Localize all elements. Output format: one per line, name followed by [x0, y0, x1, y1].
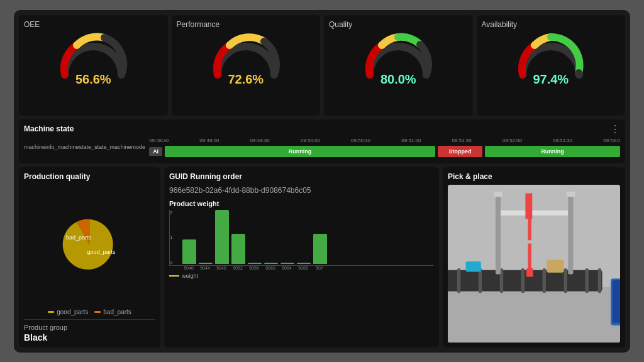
time-3: 09:49:30 — [250, 138, 270, 143]
chart-legend-line — [169, 275, 179, 277]
svg-rect-21 — [568, 193, 573, 274]
svg-rect-23 — [567, 191, 575, 196]
bar-5040 — [182, 239, 196, 264]
timeline-area: machineinfo_machinestate_state_machinemo… — [24, 138, 620, 157]
pick-place-title: Pick & place — [448, 172, 620, 181]
bar-chart-inner: 2 1 0 — [169, 210, 434, 266]
bar-5052 — [231, 234, 245, 263]
svg-rect-9 — [564, 268, 567, 292]
x-label-5056: 5056 — [247, 266, 261, 270]
bar-507 — [313, 234, 327, 263]
bar-chart: 2 1 0 50 — [169, 210, 434, 279]
x-label-5052: 5052 — [231, 266, 245, 270]
kpi-row: OEE 56.6% Performance — [19, 15, 625, 116]
bad-parts-pie-label: bad_parts — [65, 234, 91, 241]
badge-ai: AI — [149, 147, 162, 156]
x-label-5048: 5048 — [214, 266, 228, 270]
chart-legend: weight — [169, 273, 434, 279]
performance-value: 72.6% — [228, 72, 264, 87]
time-7: 09:51:30 — [452, 138, 472, 143]
chart-area: Product weight 2 1 0 — [169, 200, 434, 343]
bar-5068 — [297, 263, 311, 264]
bottom-row: Production quality bad_parts good_parts … — [19, 167, 625, 348]
guid-title: GUID Running order — [169, 172, 434, 181]
y-axis-labels: 2 1 0 — [170, 210, 172, 265]
kpi-quality-title: Quality — [329, 20, 352, 29]
kpi-availability-title: Availability — [482, 20, 517, 29]
bar-5048 — [215, 210, 229, 264]
performance-gauge: 72.6% — [208, 34, 284, 84]
svg-rect-4 — [457, 268, 460, 292]
legend-good-parts-label: good_parts — [57, 309, 88, 315]
svg-rect-12 — [496, 210, 572, 215]
bar-5060 — [264, 263, 278, 264]
timeline-bar: 09:48:30 09:49:00 09:49:30 09:50:00 09:5… — [149, 138, 620, 157]
legend-good-parts: good_parts — [48, 309, 88, 315]
pie-legend: good_parts bad_parts — [24, 309, 155, 315]
running-segment-1: Running — [289, 148, 312, 155]
time-10: 09:53:0 — [603, 138, 620, 143]
y-label-min: 0 — [170, 260, 172, 265]
machine-state-title: Machine state — [24, 124, 74, 133]
machine-state-menu-icon[interactable]: ⋮ — [610, 123, 620, 135]
dashboard: OEE 56.6% Performance — [14, 10, 630, 353]
kpi-card-oee: OEE 56.6% — [19, 15, 168, 116]
svg-rect-13 — [525, 193, 532, 219]
pick-place-card: Pick & place — [443, 167, 625, 348]
guid-card: GUID Running order 966e582b-02a6-4fdd-88… — [164, 167, 439, 348]
bar-5056 — [248, 263, 262, 264]
oee-value: 56.6% — [75, 72, 111, 87]
machine-state-card: Machine state ⋮ machineinfo_machinestate… — [19, 119, 625, 163]
svg-rect-20 — [496, 193, 501, 274]
x-label-507: 507 — [313, 266, 326, 270]
svg-rect-11 — [598, 268, 601, 292]
y-label-max: 2 — [170, 210, 172, 216]
time-1: 09:48:30 — [149, 138, 169, 143]
running-segment-2: Running — [541, 148, 564, 155]
x-label-5068: 5068 — [296, 266, 310, 270]
kpi-oee-title: OEE — [24, 20, 40, 29]
svg-rect-19 — [613, 280, 620, 322]
pick-place-image — [448, 185, 620, 343]
timeline-signal-label: machineinfo_machinestate_state_machinemo… — [24, 144, 145, 150]
chart-legend-label: weight — [182, 273, 198, 279]
svg-rect-17 — [547, 260, 564, 272]
svg-rect-22 — [494, 191, 502, 196]
quality-value: 80.0% — [380, 72, 416, 87]
bar-5044 — [199, 263, 213, 264]
availability-value: 97.4% — [533, 72, 569, 87]
svg-rect-16 — [526, 268, 533, 277]
svg-rect-10 — [585, 268, 588, 292]
y-label-mid: 1 — [170, 234, 172, 240]
time-9: 09:52:30 — [553, 138, 572, 143]
availability-gauge: 97.4% — [513, 34, 589, 84]
timeline-times: 09:48:30 09:49:00 09:49:30 09:50:00 09:5… — [149, 138, 620, 143]
kpi-card-availability: Availability 97.4% — [477, 15, 626, 116]
time-4: 09:50:00 — [301, 138, 320, 143]
kpi-card-performance: Performance 72.6% — [172, 15, 321, 116]
pick-place-svg — [448, 185, 620, 343]
good-parts-pie-label: good_parts — [87, 249, 116, 255]
product-group-label: Product group — [24, 324, 155, 331]
bar-5064 — [280, 263, 294, 264]
svg-rect-2 — [448, 270, 602, 291]
svg-rect-24 — [465, 261, 480, 272]
svg-rect-5 — [479, 268, 482, 292]
legend-bad-parts: bad_parts — [94, 309, 131, 315]
svg-rect-7 — [521, 268, 525, 292]
svg-rect-8 — [543, 268, 546, 292]
time-2: 09:49:00 — [199, 138, 219, 143]
legend-good-parts-dot — [48, 311, 54, 313]
x-label-5064: 5064 — [280, 266, 294, 270]
x-label-5040: 5040 — [182, 266, 196, 270]
guid-value: 966e582b-02a6-4fdd-88bb-d908674b6c05 — [169, 186, 434, 195]
time-6: 09:51:00 — [401, 138, 421, 143]
machine-state-header: Machine state ⋮ — [24, 123, 620, 135]
pie-chart-area: bad_parts good_parts — [24, 185, 155, 305]
kpi-card-quality: Quality 80.0% — [324, 15, 473, 116]
stopped-segment: Stopped — [448, 148, 471, 155]
product-group-value: Black — [24, 332, 155, 343]
oee-gauge: 56.6% — [55, 34, 131, 84]
pie-chart-svg: bad_parts good_parts — [52, 213, 128, 276]
time-8: 09:52:00 — [502, 138, 522, 143]
